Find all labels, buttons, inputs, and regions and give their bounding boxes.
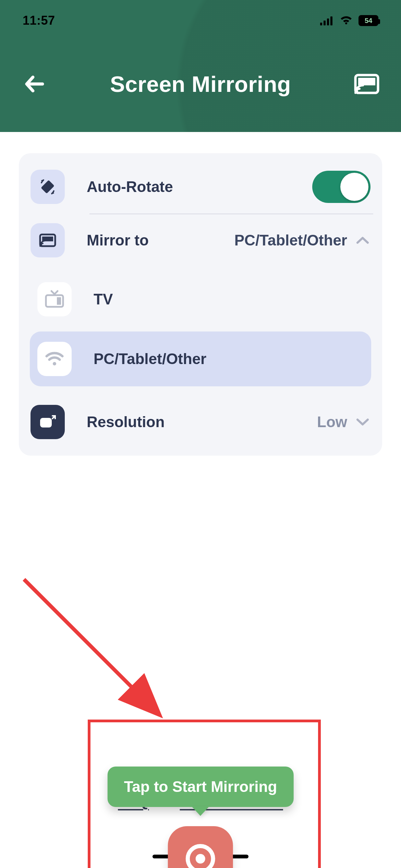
app-header: 11:57 54 Screen Mirroring bbox=[0, 0, 401, 132]
record-icon bbox=[186, 844, 215, 868]
svg-rect-12 bbox=[57, 297, 61, 305]
svg-point-13 bbox=[53, 362, 56, 365]
mirror-option-tv[interactable]: TV bbox=[30, 272, 371, 327]
mirror-target-options: TV PC/Tablet/Other bbox=[28, 272, 373, 395]
cast-icon bbox=[354, 74, 379, 94]
nav-bar: Screen Mirroring bbox=[0, 69, 401, 99]
cellular-icon bbox=[320, 16, 334, 25]
svg-point-10 bbox=[40, 244, 42, 246]
cast-button[interactable] bbox=[351, 69, 382, 99]
main-sheet: Auto-Rotate Mirror to PC/Tablet/Other bbox=[0, 132, 401, 868]
chevron-up-icon bbox=[355, 232, 370, 248]
mirror-option-pc-label: PC/Tablet/Other bbox=[94, 350, 206, 367]
mirror-to-label: Mirror to bbox=[87, 232, 234, 249]
mirror-to-icon bbox=[31, 223, 65, 257]
svg-rect-2 bbox=[327, 19, 329, 25]
wifi-device-icon bbox=[37, 342, 72, 376]
svg-point-6 bbox=[355, 90, 358, 93]
resolution-label: Resolution bbox=[87, 413, 317, 431]
auto-rotate-label: Auto-Rotate bbox=[87, 178, 312, 195]
svg-rect-14 bbox=[40, 418, 52, 427]
mirror-to-row[interactable]: Mirror to PC/Tablet/Other bbox=[28, 214, 373, 267]
start-mirroring-tooltip: Tap to Start Mirroring bbox=[108, 767, 294, 807]
settings-card: Auto-Rotate Mirror to PC/Tablet/Other bbox=[19, 153, 382, 456]
resolution-row[interactable]: Resolution Low bbox=[28, 395, 373, 449]
svg-rect-5 bbox=[358, 78, 375, 85]
svg-rect-0 bbox=[320, 23, 322, 25]
wifi-icon bbox=[339, 15, 353, 26]
start-mirroring-button[interactable] bbox=[168, 826, 233, 868]
arrow-left-icon bbox=[23, 72, 46, 96]
chevron-down-icon bbox=[355, 414, 370, 430]
svg-rect-7 bbox=[41, 180, 54, 194]
page-title: Screen Mirroring bbox=[110, 71, 291, 97]
auto-rotate-icon bbox=[31, 170, 65, 204]
auto-rotate-toggle[interactable] bbox=[312, 171, 370, 203]
mirror-option-tv-label: TV bbox=[94, 291, 113, 308]
status-indicators: 54 bbox=[320, 15, 378, 26]
mirror-to-value: PC/Tablet/Other bbox=[234, 232, 347, 249]
back-button[interactable] bbox=[19, 69, 50, 99]
resolution-icon bbox=[31, 405, 65, 439]
battery-indicator: 54 bbox=[359, 15, 378, 26]
svg-rect-1 bbox=[324, 21, 326, 25]
svg-rect-3 bbox=[330, 16, 332, 25]
status-time: 11:57 bbox=[23, 13, 55, 28]
auto-rotate-row[interactable]: Auto-Rotate bbox=[28, 160, 373, 214]
mirror-option-pc[interactable]: PC/Tablet/Other bbox=[30, 331, 371, 386]
status-bar: 11:57 54 bbox=[0, 0, 401, 41]
tv-icon bbox=[37, 282, 72, 316]
resolution-value: Low bbox=[317, 413, 347, 431]
